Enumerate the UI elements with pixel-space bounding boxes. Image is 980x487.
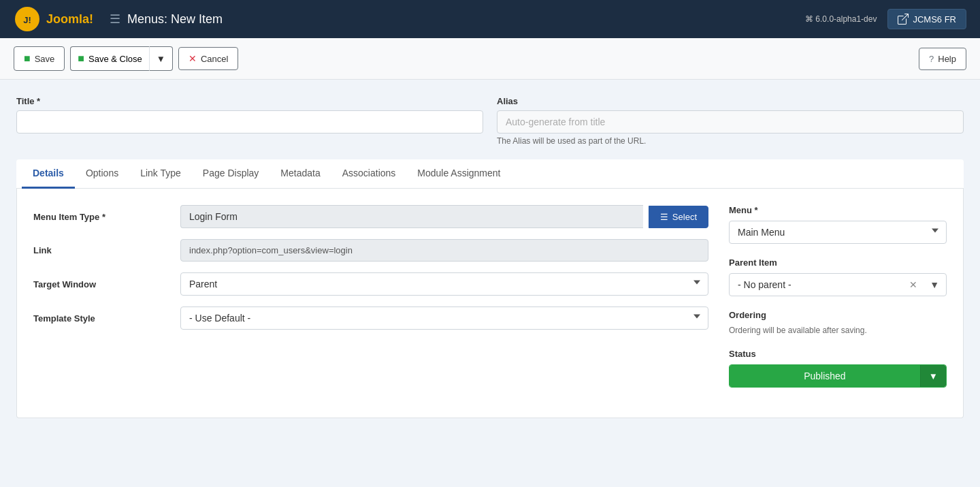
tab-details[interactable]: Details (22, 159, 75, 189)
template-style-wrapper: - Use Default - (180, 307, 708, 330)
sidebar-menu-label: Menu * (729, 205, 947, 215)
menu-item-type-label: Menu Item Type * (33, 212, 169, 222)
logo: J! Joomla! (14, 5, 93, 33)
main-content: Title * Alias The Alias will be used as … (0, 80, 980, 435)
details-layout: Menu Item Type * ☰ Select Link (33, 205, 947, 401)
list-icon: ☰ (660, 212, 668, 222)
menu-item-type-row: Menu Item Type * ☰ Select (33, 205, 708, 228)
link-label: Link (33, 245, 169, 255)
user-label: JCMS6 FR (913, 14, 956, 25)
toolbar: ■ Save ■ Save & Close ▼ ✕ Cancel ? Help (0, 38, 980, 80)
tab-associations[interactable]: Associations (331, 159, 407, 189)
save-close-label: Save & Close (88, 54, 142, 64)
menu-select[interactable]: Main Menu (729, 221, 947, 244)
logo-text: Joomla! (46, 12, 93, 27)
parent-item-wrapper: - No parent - ✕ ▼ (729, 273, 947, 296)
menu-section: Menu * Main Menu (729, 205, 947, 244)
save-label: Save (35, 54, 55, 64)
alias-group: Alias The Alias will be used as part of … (497, 96, 964, 146)
link-input (180, 239, 708, 262)
template-style-label: Template Style (33, 313, 169, 324)
tabs-container: Details Options Link Type Page Display M… (16, 159, 964, 189)
details-right: Menu * Main Menu Parent Item - No parent… (729, 205, 947, 401)
alias-input[interactable] (497, 110, 964, 133)
template-style-select[interactable]: - Use Default - (180, 307, 708, 330)
menu-item-type-input (180, 205, 643, 228)
status-chevron-down-icon: ▼ (929, 371, 938, 381)
ordering-label: Ordering (729, 310, 947, 320)
parent-item-dropdown-button[interactable]: ▼ (923, 275, 946, 294)
cancel-button[interactable]: ✕ Cancel (178, 47, 238, 70)
tabs: Details Options Link Type Page Display M… (16, 159, 964, 188)
header: J! Joomla! ☰ Menus: New Item ⌘ 6.0.0-alp… (0, 0, 980, 38)
save-dropdown-button[interactable]: ▼ (149, 46, 173, 71)
tab-link-type[interactable]: Link Type (129, 159, 192, 189)
details-left: Menu Item Type * ☰ Select Link (33, 205, 708, 401)
svg-text:J!: J! (23, 15, 31, 25)
parent-item-clear-button[interactable]: ✕ (904, 275, 923, 294)
parent-item-text: - No parent - (730, 274, 904, 296)
menu-select-wrapper: Main Menu (729, 221, 947, 244)
tab-metadata[interactable]: Metadata (270, 159, 331, 189)
save-button[interactable]: ■ Save (14, 46, 65, 71)
status-published-button[interactable]: Published (730, 365, 920, 387)
select-button[interactable]: ☰ Select (649, 206, 708, 228)
target-window-row: Target Window Parent New window (33, 272, 708, 296)
chevron-down-icon: ▼ (157, 54, 165, 64)
status-value: Published (804, 371, 846, 381)
title-label: Title * (16, 96, 483, 106)
target-window-label: Target Window (33, 279, 169, 289)
title-icon: ☰ (110, 12, 120, 27)
tab-options[interactable]: Options (75, 159, 129, 189)
tab-content-details: Menu Item Type * ☰ Select Link (16, 189, 964, 418)
target-window-wrapper: Parent New window (180, 272, 708, 296)
cancel-label: Cancel (201, 54, 228, 64)
title-text: Menus: New Item (127, 12, 223, 27)
help-label: Help (938, 54, 956, 64)
template-style-row: Template Style - Use Default - (33, 307, 708, 330)
parent-item-section: Parent Item - No parent - ✕ ▼ (729, 257, 947, 296)
help-button[interactable]: ? Help (919, 48, 966, 70)
help-icon: ? (929, 54, 934, 64)
tab-module-assignment[interactable]: Module Assignment (406, 159, 511, 189)
version-text: ⌘ 6.0.0-alpha1-dev (805, 14, 877, 24)
ordering-hint: Ordering will be available after saving. (729, 326, 947, 335)
cancel-icon: ✕ (189, 53, 197, 64)
alias-label: Alias (497, 96, 964, 106)
title-input[interactable] (16, 110, 483, 133)
header-right: ⌘ 6.0.0-alpha1-dev JCMS6 FR (805, 9, 966, 29)
external-link-icon (898, 14, 909, 25)
status-label: Status (729, 349, 947, 359)
save-close-icon: ■ (78, 52, 84, 65)
user-button[interactable]: JCMS6 FR (887, 9, 966, 29)
menu-item-type-field: ☰ Select (180, 205, 708, 228)
save-icon: ■ (24, 52, 31, 65)
status-section: Status Published ▼ (729, 349, 947, 388)
save-close-button[interactable]: ■ Save & Close (70, 46, 148, 71)
select-label: Select (672, 212, 697, 222)
link-row: Link (33, 239, 708, 262)
alias-hint: The Alias will be used as part of the UR… (497, 136, 964, 146)
ordering-section: Ordering Ordering will be available afte… (729, 310, 947, 335)
status-dropdown-button[interactable]: ▼ (920, 365, 946, 387)
parent-item-label: Parent Item (729, 257, 947, 268)
page-title: ☰ Menus: New Item (110, 12, 805, 27)
save-close-group: ■ Save & Close ▼ (70, 46, 173, 71)
status-published-control: Published ▼ (729, 364, 947, 388)
title-group: Title * (16, 96, 483, 146)
tab-page-display[interactable]: Page Display (192, 159, 270, 189)
title-alias-row: Title * Alias The Alias will be used as … (16, 96, 964, 146)
target-window-select[interactable]: Parent New window (180, 272, 708, 296)
